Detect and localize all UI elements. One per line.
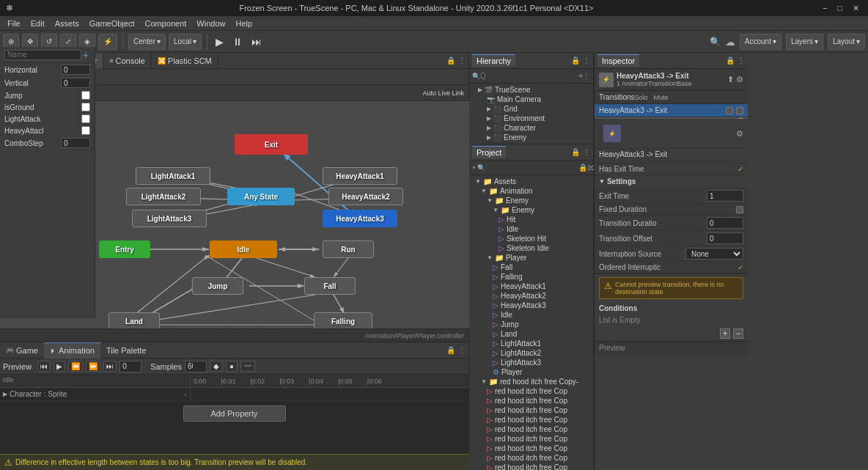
asset-falling[interactable]: ▷ Falling xyxy=(469,272,593,282)
gear-btn[interactable]: ⚙ xyxy=(736,75,743,84)
solo-checkbox[interactable] xyxy=(726,107,733,114)
menu-file[interactable]: File xyxy=(3,18,25,29)
asset-fall[interactable]: ▷ Fall xyxy=(469,262,593,272)
pause-btn[interactable]: ⏸ xyxy=(229,36,246,48)
asset-player-folder[interactable]: ▼ 📁 Player xyxy=(469,253,593,262)
tab-plastic[interactable]: 🔀 Plastic SCM xyxy=(152,53,218,69)
state-land[interactable]: Land xyxy=(108,312,160,328)
asset-skeleton-idle[interactable]: ▷ Skeleton Idle xyxy=(469,243,593,253)
project-lock2[interactable]: 🔒 xyxy=(578,164,587,172)
inspector-lock[interactable]: 🔒 xyxy=(726,56,735,65)
step-btn[interactable]: ⏭ xyxy=(249,36,265,48)
asset-idle2[interactable]: ▷ Idle xyxy=(469,310,593,320)
tab-project[interactable]: Project xyxy=(472,146,506,158)
add-property-btn[interactable]: Add Property xyxy=(183,405,286,422)
lock-icon[interactable]: 🔒 xyxy=(446,346,455,354)
transition-off-input[interactable] xyxy=(707,232,743,244)
state-lightattack2[interactable]: LightAttack2 xyxy=(126,188,201,205)
asset-land[interactable]: ▷ Land xyxy=(469,329,593,339)
transition-row-main[interactable]: HeavyAttack3 -> Exit xyxy=(595,104,748,117)
asset-assets[interactable]: ▼ 📁 Assets xyxy=(469,177,593,186)
layers-dropdown[interactable]: Layers ▾ xyxy=(786,34,823,50)
preview-prev-btn[interactable]: ⏪ xyxy=(68,361,83,372)
tab-game[interactable]: 🎮 Game xyxy=(0,342,44,359)
asset-rh3[interactable]: ▷red hood itch free Cop xyxy=(469,405,593,415)
menu-edit[interactable]: Edit xyxy=(26,18,49,29)
project-search[interactable] xyxy=(485,164,578,172)
state-falling[interactable]: Falling xyxy=(314,312,372,328)
keyframe-btn[interactable]: ◆ xyxy=(210,361,223,372)
asset-rh9[interactable]: ▷red hood itch free Cop xyxy=(469,463,593,470)
auto-live-link[interactable]: Auto Live Link xyxy=(422,89,464,97)
project-lock[interactable]: 🔒 xyxy=(571,148,580,156)
tab-console[interactable]: ≡ Console xyxy=(103,53,152,69)
account-dropdown[interactable]: Account ▾ xyxy=(740,34,781,50)
add-param-btn[interactable]: + xyxy=(81,49,90,61)
samples-input[interactable] xyxy=(185,361,207,372)
state-heavyattack3[interactable]: HeavyAttack3 xyxy=(323,210,397,227)
conditions-remove-btn[interactable]: − xyxy=(733,328,743,339)
menu-help[interactable]: Help xyxy=(231,18,257,29)
window-controls[interactable]: − □ ✕ xyxy=(820,4,862,13)
state-fall[interactable]: Fall xyxy=(304,277,356,295)
asset-la1[interactable]: ▷ LightAttack1 xyxy=(469,339,593,348)
minimize-btn[interactable]: − xyxy=(820,4,830,13)
menu-assets[interactable]: Assets xyxy=(51,18,84,29)
tab-animation[interactable]: ⏵ Animation xyxy=(44,342,100,359)
asset-hit[interactable]: ▷ Hit xyxy=(469,215,593,224)
tab-inspector[interactable]: Inspector xyxy=(597,54,639,67)
hierarchy-more[interactable]: ⋮ xyxy=(583,72,590,80)
cloud-icon[interactable]: ☁ xyxy=(725,36,735,48)
tab-hierarchy[interactable]: Hierarchy xyxy=(472,54,515,67)
asset-enemy-folder[interactable]: ▼ 📁 Enemy xyxy=(469,196,593,205)
state-exit[interactable]: Exit xyxy=(235,134,308,155)
expand-btn[interactable]: ⬆ xyxy=(727,75,734,84)
interruption-select[interactable]: None Source Destination xyxy=(685,248,743,260)
asset-la3[interactable]: ▷ LightAttack3 xyxy=(469,358,593,367)
maximize-btn[interactable]: □ xyxy=(834,4,845,13)
asset-ha3[interactable]: ▷ HeavyAttack3 xyxy=(469,301,593,310)
layout-dropdown[interactable]: Layout ▾ xyxy=(828,34,865,50)
state-anystate[interactable]: Any State xyxy=(227,188,295,205)
asset-animation[interactable]: ▼ 📁 Animation xyxy=(469,186,593,196)
param-search-input[interactable] xyxy=(4,50,81,60)
param-vertical-input[interactable] xyxy=(61,78,90,88)
tree-truescene[interactable]: ▶ 🎬 TrueScene xyxy=(469,85,593,95)
hierarchy-search[interactable] xyxy=(480,72,578,80)
tree-enemy[interactable]: ▶ ⬛ Enemy xyxy=(469,133,593,142)
tree-character[interactable]: ▶ ⬛ Character xyxy=(469,123,593,133)
param-heavyattack-check[interactable] xyxy=(81,126,90,135)
menu-component[interactable]: Component xyxy=(140,18,191,29)
asset-player-ctrl[interactable]: ⚙ Player xyxy=(469,367,593,377)
record-btn[interactable]: ● xyxy=(226,361,238,372)
asset-rh2[interactable]: ▷red hood itch free Cop xyxy=(469,396,593,405)
asset-rh8[interactable]: ▷red hood itch free Cop xyxy=(469,453,593,463)
hierarchy-menu[interactable]: ⋮ xyxy=(583,56,590,65)
asset-rh1[interactable]: ▷red hood itch free Cop xyxy=(469,386,593,396)
transform-btn-5[interactable]: ⚡ xyxy=(98,34,117,50)
settings-header[interactable]: ▼ Settings xyxy=(595,175,748,188)
state-run[interactable]: Run xyxy=(323,240,374,258)
state-lightattack3[interactable]: LightAttack3 xyxy=(132,210,207,227)
state-heavyattack2[interactable]: HeavyAttack2 xyxy=(328,188,403,205)
param-isground-check[interactable] xyxy=(81,103,90,111)
anim-menu-icon[interactable]: ⋮ xyxy=(458,346,466,354)
inspector-menu[interactable]: ⋮ xyxy=(738,56,745,65)
param-jump-check[interactable] xyxy=(81,91,90,100)
preview-frame-input[interactable] xyxy=(119,361,141,372)
state-heavyattack1[interactable]: HeavyAttack1 xyxy=(323,167,397,185)
tree-grid[interactable]: ▶ ⬛ Grid xyxy=(469,104,593,114)
space-dropdown[interactable]: Local ▾ xyxy=(169,34,202,50)
transition-dur-input[interactable] xyxy=(707,217,743,229)
param-combostep-input[interactable] xyxy=(61,138,90,148)
menu-window[interactable]: Window xyxy=(192,18,229,29)
state-idle[interactable]: Idle xyxy=(210,240,277,258)
pivot-dropdown[interactable]: Center ▾ xyxy=(128,34,166,50)
fixed-duration-checkbox[interactable] xyxy=(736,206,743,213)
state-jump[interactable]: Jump xyxy=(192,277,243,295)
asset-jump[interactable]: ▷ Jump xyxy=(469,320,593,329)
tree-maincamera[interactable]: 📷 Main Camera xyxy=(469,95,593,104)
asset-ha2[interactable]: ▷ HeavyAttack2 xyxy=(469,291,593,301)
curves-btn[interactable]: 〰 xyxy=(240,361,255,372)
tab-menu-icon[interactable]: ⋮ xyxy=(458,56,466,65)
